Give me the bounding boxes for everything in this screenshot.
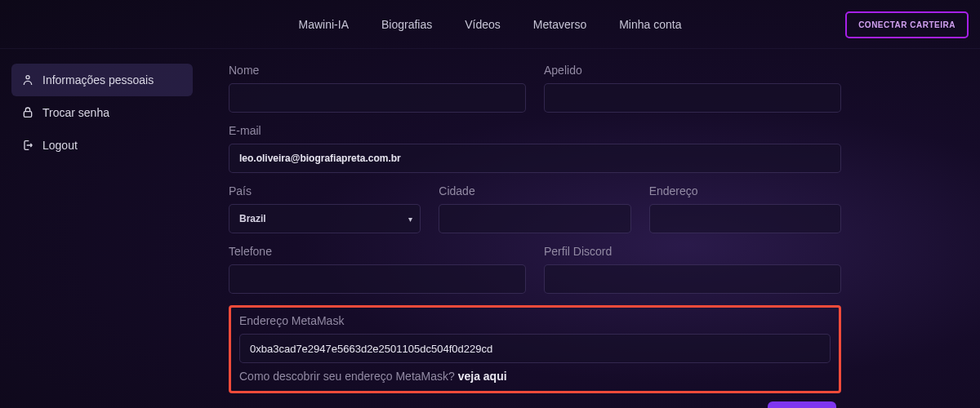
sidebar-item-logout[interactable]: Logout — [11, 129, 193, 162]
sidebar-item-personal-info[interactable]: Informações pessoais — [11, 64, 193, 96]
metamask-help: Como descobrir seu endereço MetaMask? ve… — [239, 370, 831, 383]
address-label: Endereço — [649, 184, 841, 197]
sidebar-item-label: Logout — [42, 139, 78, 152]
nav-biografias[interactable]: Biografias — [381, 18, 432, 31]
main-nav: Mawini-IA Biografias Vídeos Metaverso Mi… — [299, 18, 682, 31]
sidebar-item-label: Trocar senha — [42, 106, 109, 119]
sidebar-item-label: Informações pessoais — [42, 73, 154, 86]
metamask-help-text: Como descobrir seu endereço MetaMask? — [239, 370, 458, 383]
city-input[interactable] — [439, 204, 630, 233]
svg-point-0 — [26, 76, 29, 79]
user-icon — [21, 73, 34, 86]
sidebar: Informações pessoais Trocar senha Logout — [0, 49, 204, 408]
lock-icon — [21, 106, 34, 119]
svg-rect-1 — [24, 112, 31, 118]
nickname-input[interactable] — [544, 83, 841, 113]
phone-label: Telefone — [229, 245, 526, 258]
name-label: Nome — [229, 64, 526, 77]
top-header: Mawini-IA Biografias Vídeos Metaverso Mi… — [0, 0, 980, 49]
phone-input[interactable] — [229, 264, 526, 294]
nav-minha-conta[interactable]: Minha conta — [619, 18, 681, 31]
main-area: Informações pessoais Trocar senha Logout… — [0, 49, 980, 408]
metamask-label: Endereço MetaMask — [239, 314, 831, 327]
city-label: Cidade — [439, 184, 630, 197]
country-label: País — [229, 184, 421, 197]
metamask-highlight: Endereço MetaMask Como descobrir seu end… — [229, 305, 841, 393]
email-input[interactable] — [229, 144, 841, 173]
metamask-input[interactable] — [239, 334, 831, 363]
nav-videos[interactable]: Vídeos — [465, 18, 501, 31]
discord-input[interactable] — [544, 264, 841, 294]
nickname-label: Apelido — [544, 64, 841, 77]
connect-wallet-button[interactable]: CONECTAR CARTEIRA — [845, 11, 969, 38]
address-input[interactable] — [649, 204, 841, 233]
nav-mawini-ia[interactable]: Mawini-IA — [299, 18, 349, 31]
metamask-help-link[interactable]: veja aqui — [458, 370, 507, 383]
logout-icon — [21, 139, 34, 152]
email-label: E-mail — [229, 124, 841, 137]
sidebar-item-change-password[interactable]: Trocar senha — [11, 96, 193, 129]
discord-label: Perfil Discord — [544, 245, 841, 258]
save-button[interactable]: Salvar — [768, 401, 836, 408]
nav-metaverso[interactable]: Metaverso — [533, 18, 586, 31]
country-select[interactable]: Brazil — [229, 204, 421, 233]
name-input[interactable] — [229, 83, 526, 113]
form-content: Nome Apelido E-mail País Brazil — [204, 49, 866, 408]
